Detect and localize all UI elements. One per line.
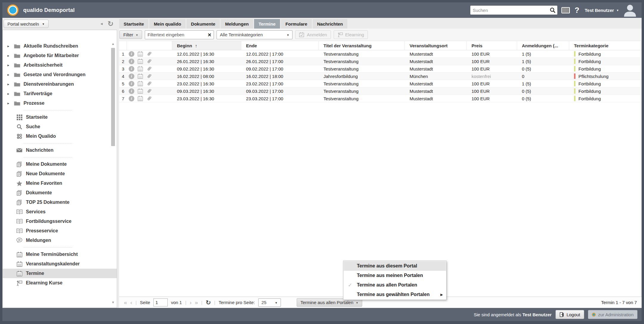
- info-icon[interactable]: i: [129, 88, 134, 94]
- clear-filter-icon[interactable]: ×: [208, 32, 211, 38]
- zur-administration-button[interactable]: zur Administration: [588, 310, 637, 319]
- sidebar-folder-arbeitssicherheit[interactable]: ▸Arbeitssicherheit: [3, 60, 117, 70]
- sidebar-item-veranstaltungskalender[interactable]: Veranstaltungskalender: [3, 259, 117, 269]
- tab-dokumente[interactable]: Dokumente: [186, 19, 220, 29]
- calendar-icon[interactable]: [138, 59, 143, 64]
- filter-button[interactable]: Filter ▼: [119, 30, 142, 39]
- tab-termine[interactable]: Termine: [254, 19, 280, 29]
- scroll-down-icon[interactable]: ▼: [111, 300, 116, 304]
- tab-mein-qualido[interactable]: Mein qualido: [149, 19, 186, 29]
- table-row[interactable]: 7i23.03.2022 | 16:3023.03.2022 | 17:00Te…: [119, 95, 641, 102]
- previous-page-icon[interactable]: ‹: [130, 300, 132, 305]
- attachment-paperclip-icon[interactable]: [146, 81, 152, 87]
- context-menu-item-termine-aus-meinen-portalen[interactable]: Termine aus meinen Portalen: [344, 271, 446, 280]
- attachment-paperclip-icon[interactable]: [146, 51, 152, 57]
- column-header-terminkategorie[interactable]: Terminkategorie: [569, 41, 641, 50]
- next-page-icon[interactable]: ›: [190, 300, 192, 305]
- anmelden-button[interactable]: Anmelden: [295, 30, 331, 39]
- portal-switch-button[interactable]: Portal wechseln ▼: [4, 20, 49, 28]
- calendar-icon[interactable]: [138, 96, 143, 101]
- filter-text-input[interactable]: [147, 32, 208, 37]
- expand-caret-icon[interactable]: ▸: [7, 101, 10, 105]
- sidebar-item-top-25-dokumente[interactable]: TOP 25 Dokumente: [3, 198, 117, 207]
- table-row[interactable]: 5i23.02.2022 | 16:3023.02.2022 | 17:00Te…: [119, 80, 641, 87]
- sidebar-item-services[interactable]: Services: [3, 207, 117, 217]
- collapse-sidebar-icon[interactable]: ◄: [100, 22, 103, 26]
- barcode-scanner-icon[interactable]: [561, 7, 570, 13]
- info-icon[interactable]: i: [129, 59, 134, 64]
- info-icon[interactable]: i: [129, 81, 134, 87]
- scroll-up-icon[interactable]: ▲: [111, 42, 116, 46]
- sidebar-item-meine-dokumente[interactable]: Meine Dokumente: [3, 159, 117, 169]
- sidebar-item-nachrichten[interactable]: Nachrichten: [3, 145, 117, 155]
- tab-meldungen[interactable]: Meldungen: [221, 19, 253, 29]
- sidebar-scrollbar[interactable]: ▲ ▼: [111, 31, 116, 306]
- help-icon[interactable]: ?: [575, 6, 579, 15]
- sidebar-folder-dienstvereinbarungen[interactable]: ▸Dienstvereinbarungen: [3, 79, 117, 89]
- sidebar-folder-gesetze-und-verordnungen[interactable]: ▸Gesetze und Verordnungen: [3, 70, 117, 79]
- info-icon[interactable]: i: [129, 66, 134, 72]
- column-header-ende[interactable]: Ende: [241, 41, 319, 50]
- sidebar-folder-angebote-f-r-mitarbeiter[interactable]: ▸Angebote für Mitarbeiter: [3, 51, 117, 60]
- table-row[interactable]: 6i09.03.2022 | 16:3009.03.2022 | 17:00Te…: [119, 87, 641, 95]
- last-page-icon[interactable]: »: [195, 300, 198, 305]
- category-dropdown[interactable]: Alle Terminkategorien ▼: [217, 30, 293, 39]
- tab-nachrichten[interactable]: Nachrichten: [313, 19, 348, 29]
- sidebar-item-elearning-kurse[interactable]: Elearning Kurse: [3, 278, 117, 288]
- table-row[interactable]: 4i16.02.2022 | 08:0016.02.2022 | 18:00Ja…: [119, 73, 641, 80]
- search-icon[interactable]: [550, 7, 556, 13]
- context-menu-item-termine-aus-allen-portalen[interactable]: ✓Termine aus allen Portalen: [344, 280, 446, 290]
- expand-caret-icon[interactable]: ▸: [7, 44, 10, 48]
- sidebar-item-startseite[interactable]: Startseite: [3, 112, 117, 122]
- sidebar-item-meine-termin-bersicht[interactable]: Meine Terminübersicht: [3, 250, 117, 259]
- tab-formulare[interactable]: Formulare: [281, 19, 312, 29]
- sidebar-item-fortbildungsservice[interactable]: Fortbildungsservice: [3, 217, 117, 226]
- avatar[interactable]: [623, 4, 637, 17]
- per-page-dropdown[interactable]: 25 ▼: [258, 298, 281, 307]
- sidebar-folder-aktuelle-rundschreiben[interactable]: ▸Aktuelle Rundschreiben: [3, 41, 117, 51]
- global-search[interactable]: [470, 6, 557, 15]
- page-number-input[interactable]: [153, 298, 168, 306]
- calendar-icon[interactable]: [138, 66, 143, 71]
- info-icon[interactable]: i: [129, 96, 134, 101]
- sidebar-folder-prozesse[interactable]: ▸Prozesse: [3, 98, 117, 108]
- calendar-icon[interactable]: [138, 51, 143, 57]
- sidebar-item-suche[interactable]: Suche: [3, 122, 117, 132]
- expand-caret-icon[interactable]: ▸: [7, 82, 10, 86]
- sidebar-item-neue-dokumente[interactable]: Neue Dokumente: [3, 169, 117, 179]
- attachment-paperclip-icon[interactable]: [146, 73, 152, 79]
- column-header-preis[interactable]: Preis: [467, 41, 517, 50]
- expand-caret-icon[interactable]: ▸: [7, 54, 10, 58]
- expand-caret-icon[interactable]: ▸: [7, 92, 10, 96]
- expand-caret-icon[interactable]: ▸: [7, 63, 10, 67]
- column-header-titel[interactable]: Titel der Veranstaltung: [319, 41, 405, 50]
- filter-text-field[interactable]: ×: [145, 30, 214, 39]
- column-header-beginn[interactable]: Beginn ↑: [172, 41, 241, 50]
- table-row[interactable]: 3i09.02.2022 | 16:3009.02.2022 | 17:00Te…: [119, 65, 641, 73]
- column-header-ort[interactable]: Veranstaltungsort: [405, 41, 467, 50]
- elearning-button[interactable]: Elearning: [334, 30, 368, 39]
- context-menu-item-termine-aus-gew-hlten-portalen[interactable]: Termine aus gewählten Portalen▶: [344, 290, 446, 299]
- attachment-paperclip-icon[interactable]: [146, 88, 152, 94]
- table-row[interactable]: 1i12.01.2022 | 16:3012.01.2022 | 17:00Te…: [119, 50, 641, 58]
- sidebar-item-mein-qualido[interactable]: Mein Qualido: [3, 132, 117, 141]
- tab-startseite[interactable]: Startseite: [119, 19, 148, 29]
- sidebar-item-meldungen[interactable]: Meldungen: [3, 236, 117, 245]
- column-header-anmeldungen[interactable]: Anmeldungen (...: [517, 41, 569, 50]
- scrollbar-thumb[interactable]: [111, 48, 115, 146]
- sidebar-item-termine[interactable]: Termine: [3, 269, 117, 278]
- calendar-icon[interactable]: [138, 73, 143, 79]
- expand-caret-icon[interactable]: ▸: [7, 73, 10, 77]
- attachment-paperclip-icon[interactable]: [146, 96, 152, 101]
- refresh-icon[interactable]: ↻: [108, 20, 113, 28]
- user-menu[interactable]: Test Benutzer ▼: [585, 8, 619, 13]
- context-menu-item-termine-aus-diesem-portal[interactable]: Termine aus diesem Portal: [344, 261, 446, 271]
- search-input[interactable]: [473, 8, 550, 13]
- table-row[interactable]: 2i26.01.2022 | 16:3026.01.2022 | 17:00Te…: [119, 58, 641, 65]
- sidebar-item-dokumente[interactable]: Dokumente: [3, 188, 117, 198]
- sidebar-item-meine-favoriten[interactable]: Meine Favoriten: [3, 179, 117, 188]
- sidebar-folder-tarifvertr-ge[interactable]: ▸Tarifverträge: [3, 89, 117, 98]
- info-icon[interactable]: i: [129, 73, 134, 79]
- refresh-table-icon[interactable]: ↻: [206, 299, 211, 306]
- info-icon[interactable]: i: [129, 51, 134, 57]
